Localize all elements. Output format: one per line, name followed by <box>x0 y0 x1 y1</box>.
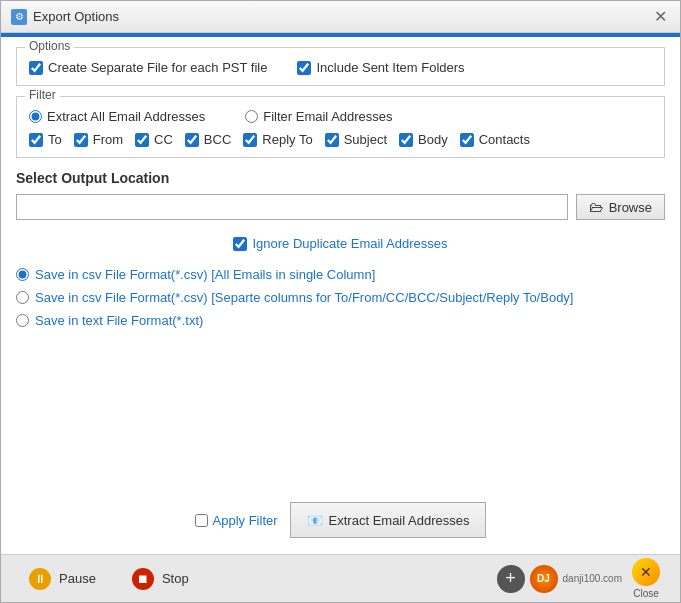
output-row: 🗁 Browse <box>16 194 665 220</box>
field-contacts[interactable]: Contacts <box>460 132 530 147</box>
contacts-label: Contacts <box>479 132 530 147</box>
bcc-label: BCC <box>204 132 231 147</box>
output-path-input[interactable] <box>16 194 568 220</box>
replyto-label: Reply To <box>262 132 312 147</box>
close-label: Close <box>633 588 659 599</box>
bottom-bar: ⏸ Pause ⏹ Stop + DJ danji100.com ✕ Close <box>1 554 680 602</box>
pause-button[interactable]: ⏸ Pause <box>21 564 104 594</box>
field-from[interactable]: From <box>74 132 123 147</box>
watermark: + DJ danji100.com <box>497 565 622 593</box>
extract-icon: 📧 <box>307 513 323 528</box>
field-subject[interactable]: Subject <box>325 132 387 147</box>
output-title: Select Output Location <box>16 170 665 186</box>
extract-label: Extract Email Addresses <box>329 513 470 528</box>
save-csv-single-radio[interactable] <box>16 268 29 281</box>
filter-email-label: Filter Email Addresses <box>263 109 392 124</box>
stop-icon: ⏹ <box>132 568 154 590</box>
filter-section: Filter Extract All Email Addresses Filte… <box>16 96 665 158</box>
to-checkbox[interactable] <box>29 133 43 147</box>
field-body[interactable]: Body <box>399 132 448 147</box>
cc-checkbox[interactable] <box>135 133 149 147</box>
save-txt-label: Save in text File Format(*.txt) <box>35 313 203 328</box>
field-cc[interactable]: CC <box>135 132 173 147</box>
field-bcc[interactable]: BCC <box>185 132 231 147</box>
bottom-right: + DJ danji100.com ✕ Close <box>497 558 660 599</box>
body-checkbox[interactable] <box>399 133 413 147</box>
export-options-window: ⚙ Export Options ✕ Options Create Separa… <box>0 0 681 603</box>
filter-email-option[interactable]: Filter Email Addresses <box>245 109 392 124</box>
to-label: To <box>48 132 62 147</box>
from-label: From <box>93 132 123 147</box>
window-close-button[interactable]: ✕ <box>650 7 670 27</box>
body-label: Body <box>418 132 448 147</box>
save-csv-multi-label: Save in csv File Format(*.csv) [Separte … <box>35 290 573 305</box>
browse-button[interactable]: 🗁 Browse <box>576 194 665 220</box>
filter-label: Filter <box>25 88 60 102</box>
plus-icon[interactable]: + <box>497 565 525 593</box>
folder-icon: 🗁 <box>589 199 603 215</box>
include-sent-option[interactable]: Include Sent Item Folders <box>297 60 464 75</box>
field-to[interactable]: To <box>29 132 62 147</box>
create-separate-label: Create Separate File for each PST file <box>48 60 267 75</box>
ignore-duplicate-row: Ignore Duplicate Email Addresses <box>16 236 665 251</box>
subject-label: Subject <box>344 132 387 147</box>
extract-all-option[interactable]: Extract All Email Addresses <box>29 109 205 124</box>
save-csv-single-label: Save in csv File Format(*.csv) [All Emai… <box>35 267 375 282</box>
extract-all-radio[interactable] <box>29 110 42 123</box>
create-separate-checkbox[interactable] <box>29 61 43 75</box>
window-title: Export Options <box>33 9 119 24</box>
save-csv-multi-radio[interactable] <box>16 291 29 304</box>
save-txt-radio[interactable] <box>16 314 29 327</box>
options-row: Create Separate File for each PST file I… <box>29 56 652 75</box>
main-content: Options Create Separate File for each PS… <box>1 37 680 554</box>
bottom-left: ⏸ Pause ⏹ Stop <box>21 564 197 594</box>
create-separate-option[interactable]: Create Separate File for each PST file <box>29 60 267 75</box>
save-csv-single[interactable]: Save in csv File Format(*.csv) [All Emai… <box>16 267 665 282</box>
options-section: Options Create Separate File for each PS… <box>16 47 665 86</box>
pause-label: Pause <box>59 571 96 586</box>
apply-filter-label-text: Apply Filter <box>213 513 278 528</box>
ignore-duplicate-option[interactable]: Ignore Duplicate Email Addresses <box>233 236 447 251</box>
field-replyto[interactable]: Reply To <box>243 132 312 147</box>
output-section: Select Output Location 🗁 Browse <box>16 166 665 224</box>
browse-label: Browse <box>609 200 652 215</box>
stop-button[interactable]: ⏹ Stop <box>124 564 197 594</box>
contacts-checkbox[interactable] <box>460 133 474 147</box>
watermark-text: danji100.com <box>563 573 622 584</box>
subject-checkbox[interactable] <box>325 133 339 147</box>
apply-filter-option[interactable]: Apply Filter <box>195 513 278 528</box>
filter-radio-row: Extract All Email Addresses Filter Email… <box>29 105 652 124</box>
ignore-duplicate-label: Ignore Duplicate Email Addresses <box>252 236 447 251</box>
extract-button[interactable]: 📧 Extract Email Addresses <box>290 502 487 538</box>
pause-icon: ⏸ <box>29 568 51 590</box>
filter-email-radio[interactable] <box>245 110 258 123</box>
save-txt[interactable]: Save in text File Format(*.txt) <box>16 313 665 328</box>
include-sent-label: Include Sent Item Folders <box>316 60 464 75</box>
replyto-checkbox[interactable] <box>243 133 257 147</box>
ignore-duplicate-checkbox[interactable] <box>233 237 247 251</box>
save-csv-multi[interactable]: Save in csv File Format(*.csv) [Separte … <box>16 290 665 305</box>
fields-row: To From CC BCC Reply To <box>29 132 652 147</box>
action-row: Apply Filter 📧 Extract Email Addresses <box>16 494 665 544</box>
save-format-options: Save in csv File Format(*.csv) [All Emai… <box>16 267 665 328</box>
options-label: Options <box>25 39 74 53</box>
title-bar: ⚙ Export Options ✕ <box>1 1 680 33</box>
close-bottom-button[interactable]: ✕ Close <box>632 558 660 599</box>
include-sent-checkbox[interactable] <box>297 61 311 75</box>
window-icon: ⚙ <box>11 9 27 25</box>
title-bar-left: ⚙ Export Options <box>11 9 119 25</box>
dj-logo: DJ <box>530 565 558 593</box>
apply-filter-checkbox[interactable] <box>195 514 208 527</box>
close-bottom-icon: ✕ <box>632 558 660 586</box>
bcc-checkbox[interactable] <box>185 133 199 147</box>
cc-label: CC <box>154 132 173 147</box>
extract-all-label: Extract All Email Addresses <box>47 109 205 124</box>
stop-label: Stop <box>162 571 189 586</box>
from-checkbox[interactable] <box>74 133 88 147</box>
